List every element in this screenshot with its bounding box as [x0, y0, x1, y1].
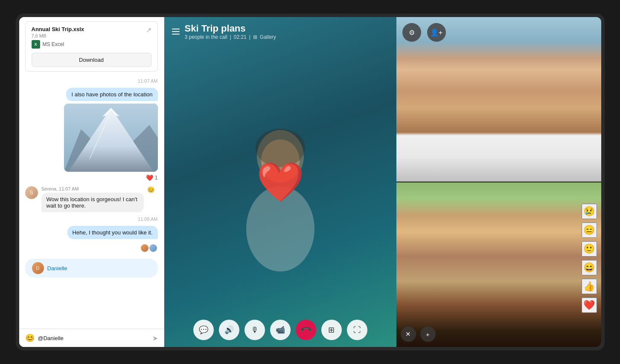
file-attachment: Annual Ski Trip.xslx 7,6 MB ↗ X MS Excel…: [25, 21, 158, 72]
serena-sender-name: Serena, 11:07 AM: [41, 186, 144, 191]
emoji-neutral[interactable]: 😑: [582, 222, 597, 238]
emoji-smile[interactable]: 🙂: [582, 241, 597, 257]
add-person-icon: 👤+: [430, 29, 442, 37]
video-icon: 📹: [276, 325, 285, 335]
outgoing-bubble-1: I also have photos of the location: [66, 88, 157, 101]
call-info: Ski Trip plans 3 people in the call | 02…: [185, 23, 276, 40]
outgoing-bubble-2: Hehe, I thought you would like it.: [67, 226, 158, 239]
chat-button[interactable]: 💬: [193, 320, 214, 340]
app-container: Annual Ski Trip.xslx 7,6 MB ↗ X MS Excel…: [19, 17, 601, 347]
reaction-row: ❤️ 1: [146, 174, 158, 181]
mention-chip-container: D Danielle: [25, 259, 158, 277]
serena-bubble: Wow this location is gorgeous! I can't w…: [41, 193, 144, 212]
chat-input[interactable]: [38, 335, 149, 341]
close-icon: ✕: [405, 330, 411, 338]
timestamp-1107: 11:07 AM: [25, 78, 158, 84]
speaker-button[interactable]: 🔊: [219, 320, 239, 340]
video-header: Ski Trip plans 3 people in the call | 02…: [164, 17, 396, 46]
hamburger-menu-button[interactable]: [172, 29, 180, 35]
file-type-row: X MS Excel: [32, 40, 151, 49]
call-title: Ski Trip plans: [185, 23, 276, 34]
file-share-button[interactable]: ↗: [146, 26, 151, 34]
timestamp-1108: 11:08 AM: [25, 217, 158, 222]
microphone-button[interactable]: 🎙: [245, 320, 265, 340]
send-icon: ➤: [152, 335, 158, 342]
share-icon: ↗: [146, 26, 151, 34]
fullscreen-icon: ⛶: [353, 326, 361, 335]
video-tile-bottom: 😢 😑 🙂 😄 👍 ❤️ ✕ +: [396, 182, 601, 347]
micro-avatar-1: [140, 243, 149, 253]
bottom-video-face: [396, 182, 601, 347]
video-bottom-controls: ✕ +: [401, 326, 436, 342]
chat-messages: Annual Ski Trip.xslx 7,6 MB ↗ X MS Excel…: [19, 17, 164, 329]
excel-icon: X: [32, 40, 40, 49]
meta-separator-2: |: [249, 34, 250, 40]
micro-avatar-2: [148, 243, 158, 253]
hamburger-line-2: [172, 31, 180, 32]
heart-emoji-overlay: ❤️: [256, 160, 304, 205]
end-call-icon: 📞: [299, 323, 312, 336]
heart-reaction: ❤️: [146, 174, 153, 181]
chat-panel: Annual Ski Trip.xslx 7,6 MB ↗ X MS Excel…: [19, 17, 164, 347]
emoji-sidebar: 😢 😑 🙂 😄 👍 ❤️: [582, 204, 597, 313]
emoji-cry[interactable]: 😢: [582, 204, 597, 219]
danielle-avatar-small: D: [32, 262, 44, 274]
call-meta: 3 people in the call | 02:21 | ⊞ Gallery: [185, 34, 276, 40]
close-emoji-button[interactable]: ✕: [401, 326, 416, 342]
chat-input-area: 😊 ➤: [19, 329, 164, 347]
send-button[interactable]: ➤: [152, 334, 158, 342]
device-frame: Annual Ski Trip.xslx 7,6 MB ↗ X MS Excel…: [16, 14, 605, 350]
video-main: Ski Trip plans 3 people in the call | 02…: [164, 17, 396, 347]
mic-icon: 🎙: [251, 326, 259, 335]
settings-button[interactable]: ⚙: [402, 23, 421, 42]
mention-chip: D Danielle: [25, 259, 158, 277]
group-avatar-row: [25, 243, 158, 253]
emoji-thumbsup[interactable]: 👍: [582, 279, 597, 294]
danielle-name: Danielle: [47, 265, 67, 272]
file-name: Annual Ski Trip.xslx: [32, 26, 84, 32]
screen-share-icon: ⊞: [328, 325, 335, 335]
download-button[interactable]: Download: [32, 53, 151, 67]
fullscreen-button[interactable]: ⛶: [347, 320, 367, 340]
participants-count: 3 people in the call: [185, 34, 227, 40]
emoji-heart[interactable]: ❤️: [582, 298, 597, 313]
call-controls-top: ⚙ 👤+: [402, 23, 446, 42]
serena-avatar: S: [25, 186, 38, 199]
add-icon: +: [426, 331, 430, 338]
add-person-button[interactable]: 👤+: [427, 23, 446, 42]
photo-bubble: [64, 104, 158, 172]
emoji-reaction-button[interactable]: 😊: [147, 186, 154, 193]
video-button[interactable]: 📹: [270, 320, 291, 340]
video-tile-top: [396, 17, 601, 182]
file-type-label: MS Excel: [43, 41, 64, 47]
emoji-laugh[interactable]: 😄: [582, 260, 597, 275]
settings-icon: ⚙: [409, 29, 415, 37]
gallery-label: Gallery: [260, 34, 276, 40]
end-call-button[interactable]: 📞: [296, 320, 316, 340]
mountain-photo: [64, 104, 158, 172]
video-grid: ⚙ 👤+: [396, 17, 601, 347]
speaker-icon: 🔊: [224, 325, 234, 335]
serena-message-block: Serena, 11:07 AM Wow this location is go…: [41, 186, 144, 212]
meta-separator-1: |: [230, 34, 231, 40]
screen-share-button[interactable]: ⊞: [321, 320, 342, 340]
hamburger-line-1: [172, 29, 180, 29]
file-size: 7,6 MB: [32, 33, 84, 38]
reaction-count: 1: [155, 175, 158, 181]
chat-icon: 💬: [199, 325, 208, 335]
gallery-icon: ⊞: [253, 34, 257, 40]
add-button[interactable]: +: [420, 326, 436, 342]
call-duration: 02:21: [234, 34, 247, 40]
serena-message-row: S Serena, 11:07 AM Wow this location is …: [25, 186, 158, 212]
call-controls: 💬 🔊 🎙 📹 📞 ⊞ ⛶: [193, 320, 367, 340]
emoji-picker-button[interactable]: 😊: [25, 333, 35, 343]
hamburger-line-3: [172, 34, 180, 35]
file-header: Annual Ski Trip.xslx 7,6 MB ↗: [32, 26, 151, 38]
file-info: Annual Ski Trip.xslx 7,6 MB: [32, 26, 84, 38]
